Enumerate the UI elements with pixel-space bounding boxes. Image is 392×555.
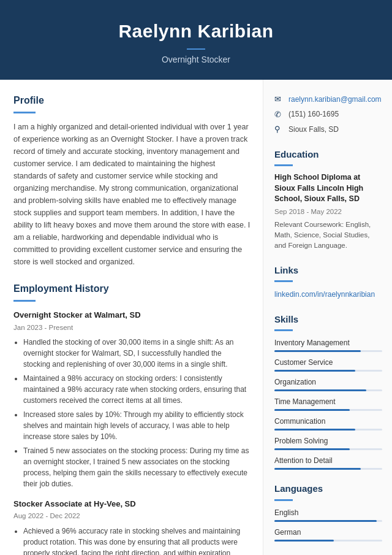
job-bullets: Handled the stocking of over 30,000 item… bbox=[13, 337, 251, 489]
contact-phone-item: ✆ (151) 160-1695 bbox=[274, 109, 382, 121]
contact-section: ✉ raelynn.karibian@gmail.com ✆ (151) 160… bbox=[274, 93, 382, 136]
body: Profile I am a highly organized and deta… bbox=[0, 80, 392, 555]
skills-container: Inventory ManagementCustomer ServiceOrga… bbox=[274, 337, 382, 470]
links-divider bbox=[274, 280, 293, 282]
skills-title: Skills bbox=[274, 313, 382, 327]
job-dates: Jan 2023 - Present bbox=[13, 323, 251, 333]
skill-bar-fill bbox=[274, 448, 350, 450]
location-value: Sioux Falls, SD bbox=[288, 124, 339, 135]
skill-item: Problem Solving bbox=[274, 435, 382, 450]
job-bullet: Increased store sales by 10%: Through my… bbox=[23, 409, 251, 442]
skill-item: Time Management bbox=[274, 396, 382, 411]
jobs-container: Overnight Stocker at Walmart, SDJan 2023… bbox=[13, 309, 251, 555]
coursework-label: Relevant Coursework: bbox=[274, 221, 344, 228]
skill-bar-fill bbox=[274, 409, 350, 411]
skill-bar-bg bbox=[274, 429, 382, 431]
candidate-name: Raelynn Karibian bbox=[12, 17, 380, 45]
contact-location-item: ⚲ Sioux Falls, SD bbox=[274, 123, 382, 136]
links-title: Links bbox=[274, 264, 382, 278]
language-name: English bbox=[274, 507, 382, 518]
resume-page: Raelynn Karibian Overnight Stocker Profi… bbox=[0, 0, 392, 555]
edu-dates: Sep 2018 - May 2022 bbox=[274, 207, 382, 217]
email-link[interactable]: raelynn.karibian@gmail.com bbox=[288, 94, 382, 105]
skill-name: Time Management bbox=[274, 396, 382, 407]
employment-divider bbox=[13, 300, 36, 302]
language-bar-bg bbox=[274, 520, 382, 522]
employment-section: Employment History Overnight Stocker at … bbox=[13, 281, 251, 555]
edu-degree: High School Diploma at Sioux Falls Linco… bbox=[274, 172, 382, 205]
skill-name: Problem Solving bbox=[274, 435, 382, 446]
language-name: German bbox=[274, 527, 382, 538]
skill-name: Organization bbox=[274, 377, 382, 388]
left-column: Profile I am a highly organized and deta… bbox=[0, 80, 263, 555]
skill-bar-fill bbox=[274, 429, 355, 431]
skill-name: Communication bbox=[274, 416, 382, 427]
links-section: Links linkedin.com/in/raelynnkaribian bbox=[274, 264, 382, 300]
phone-icon: ✆ bbox=[274, 109, 284, 121]
employment-title: Employment History bbox=[13, 281, 251, 296]
education-divider bbox=[274, 164, 293, 166]
language-bar-fill bbox=[274, 540, 334, 542]
job-bullet: Maintained a 98% accuracy on stocking or… bbox=[23, 373, 251, 406]
languages-section: Languages EnglishGerman bbox=[274, 482, 382, 542]
skill-bar-bg bbox=[274, 409, 382, 411]
edu-coursework: Relevant Coursework: English, Math, Scie… bbox=[274, 220, 382, 251]
profile-title: Profile bbox=[13, 93, 251, 108]
job-bullet: Achieved a 96% accuracy rate in stocking… bbox=[23, 526, 251, 556]
job-item: Overnight Stocker at Walmart, SDJan 2023… bbox=[13, 309, 251, 489]
candidate-title: Overnight Stocker bbox=[162, 48, 230, 66]
skill-bar-bg bbox=[274, 350, 382, 352]
education-title: Education bbox=[274, 148, 382, 162]
skill-name: Customer Service bbox=[274, 357, 382, 368]
education-section: Education High School Diploma at Sioux F… bbox=[274, 148, 382, 251]
link-item[interactable]: linkedin.com/in/raelynnkaribian bbox=[274, 290, 375, 299]
job-dates: Aug 2022 - Dec 2022 bbox=[13, 511, 251, 521]
right-column: ✉ raelynn.karibian@gmail.com ✆ (151) 160… bbox=[263, 80, 392, 555]
language-bar-fill bbox=[274, 520, 377, 522]
skill-item: Attention to Detail bbox=[274, 455, 382, 470]
skill-name: Inventory Management bbox=[274, 337, 382, 348]
profile-text: I am a highly organized and detail-orien… bbox=[13, 121, 251, 268]
skill-bar-fill bbox=[274, 350, 361, 352]
skill-bar-fill bbox=[274, 389, 366, 391]
location-icon: ⚲ bbox=[274, 123, 284, 136]
language-item: English bbox=[274, 507, 382, 522]
job-bullet: Trained 5 new associates on the stocking… bbox=[23, 445, 251, 489]
contact-email-item: ✉ raelynn.karibian@gmail.com bbox=[274, 93, 382, 105]
skill-bar-fill bbox=[274, 468, 361, 470]
job-title: Overnight Stocker at Walmart, SD bbox=[13, 309, 251, 321]
skill-item: Inventory Management bbox=[274, 337, 382, 352]
skill-bar-fill bbox=[274, 370, 355, 372]
skill-item: Communication bbox=[274, 416, 382, 431]
skill-item: Customer Service bbox=[274, 357, 382, 372]
language-bar-bg bbox=[274, 540, 382, 542]
skill-bar-bg bbox=[274, 468, 382, 470]
languages-container: EnglishGerman bbox=[274, 507, 382, 542]
job-item: Stocker Associate at Hy-Vee, SDAug 2022 … bbox=[13, 498, 251, 555]
links-container: linkedin.com/in/raelynnkaribian bbox=[274, 288, 382, 300]
header: Raelynn Karibian Overnight Stocker bbox=[0, 0, 392, 80]
languages-divider bbox=[274, 499, 293, 501]
phone-value: (151) 160-1695 bbox=[288, 109, 339, 120]
skill-item: Organization bbox=[274, 377, 382, 391]
job-title: Stocker Associate at Hy-Vee, SD bbox=[13, 498, 251, 510]
language-item: German bbox=[274, 527, 382, 542]
profile-section: Profile I am a highly organized and deta… bbox=[13, 93, 251, 268]
skill-name: Attention to Detail bbox=[274, 455, 382, 466]
skills-divider bbox=[274, 329, 293, 331]
email-icon: ✉ bbox=[274, 93, 284, 105]
skill-bar-bg bbox=[274, 448, 382, 450]
skill-bar-bg bbox=[274, 389, 382, 391]
job-bullet: Handled the stocking of over 30,000 item… bbox=[23, 337, 251, 370]
languages-title: Languages bbox=[274, 482, 382, 496]
skills-section: Skills Inventory ManagementCustomer Serv… bbox=[274, 313, 382, 470]
job-bullets: Achieved a 96% accuracy rate in stocking… bbox=[13, 526, 251, 556]
profile-divider bbox=[13, 112, 36, 113]
skill-bar-bg bbox=[274, 370, 382, 372]
